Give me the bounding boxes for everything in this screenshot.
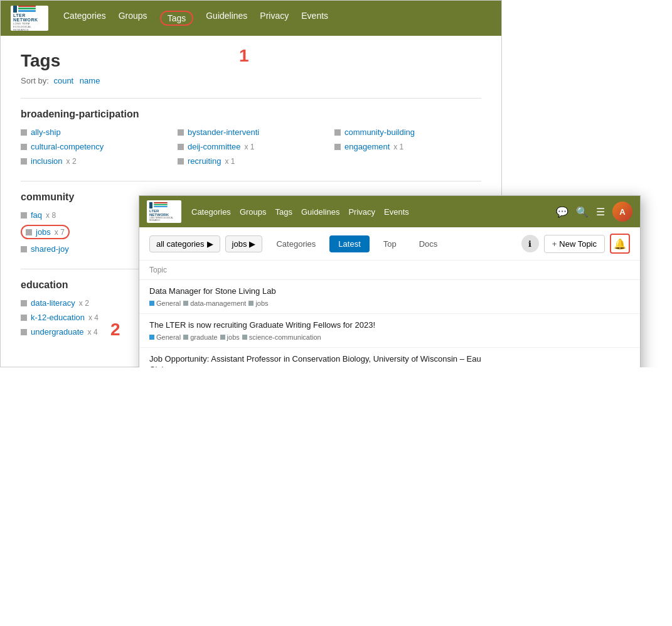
chat-icon[interactable]: 💬 [556,206,568,218]
outer-nav-links: Categories Groups Tags Guidelines Privac… [63,11,328,26]
notification-button[interactable]: 🔔 [610,234,630,254]
tab-latest[interactable]: Latest [329,235,369,252]
inner-nav-groups[interactable]: Groups [240,207,267,217]
tag-general[interactable]: General [149,333,181,341]
tab-docs[interactable]: Docs [410,235,447,252]
tag-link[interactable]: deij-committee [188,142,241,151]
sort-by-row: Sort by: count name [21,76,481,85]
tag-dot-icon [248,301,253,306]
tag-link[interactable]: undergraduate [31,327,84,337]
inner-nav-links: Categories Groups Tags Guidelines Privac… [191,207,546,217]
tag-link[interactable]: engagement [344,142,390,151]
topic-title[interactable]: Data Manager for Stone Living Lab [149,286,504,297]
tag-link[interactable]: inclusion [31,156,63,166]
new-topic-label: New Topic [559,239,597,249]
outer-tags-page: LTER NETWORK LONG TERM ECOLOGICAL RESEAR… [0,0,502,367]
inner-nav-categories[interactable]: Categories [191,207,231,217]
jobs-highlight-box: jobs x 7 [21,225,70,239]
tag-bullet-icon [178,144,184,150]
tag-link[interactable]: ally-ship [31,127,61,137]
page-title: Tags [21,51,481,71]
sort-name-link[interactable]: name [80,76,100,85]
bell-icon: 🔔 [614,238,626,250]
tab-top[interactable]: Top [375,235,405,252]
tag-count: x 4 [88,313,99,322]
col-views [542,266,580,274]
tag-jobs[interactable]: jobs [248,300,268,307]
tag-jobs[interactable]: jobs [220,333,240,341]
col-topic: Topic [149,266,504,274]
inner-logo[interactable]: LTER NETWORK LONG TERM ECOLOGICAL RESEAR… [147,200,181,223]
jobs-tag-button[interactable]: jobs ▶ [225,235,263,252]
divider2 [21,181,481,181]
all-categories-button[interactable]: all categories ▶ [149,235,220,252]
tags-grid-broadening: ally-ship bystander-interventi community… [21,127,481,166]
sort-count-link[interactable]: count [53,76,73,85]
tab-categories[interactable]: Categories [267,235,324,252]
tag-count: x 2 [67,157,77,166]
nav-events[interactable]: Events [301,11,328,26]
nav-guidelines[interactable]: Guidelines [206,11,247,26]
outer-nav: LTER NETWORK LONG TERM ECOLOGICAL RESEAR… [1,1,501,36]
tag-community-building: community-building [334,127,481,137]
user-avatar[interactable]: A [612,202,632,222]
nav-privacy[interactable]: Privacy [260,11,289,26]
tag-bullet-icon [21,129,27,136]
table-row: Data Manager for Stone Living Lab Genera… [139,280,640,314]
tag-data-management[interactable]: data-management [183,300,246,307]
tag-bullet-icon [334,129,341,136]
menu-icon[interactable]: ☰ [596,206,605,218]
tag-link[interactable]: jobs [36,227,51,237]
tag-link[interactable]: data-literacy [31,298,75,308]
tag-general[interactable]: General [149,300,181,307]
annotation-2: 2 [110,320,120,340]
tag-dot-icon [149,335,154,340]
new-topic-button[interactable]: + New Topic [544,235,605,253]
search-icon[interactable]: 🔍 [576,206,589,218]
tag-engagement: engagement x 1 [334,142,481,151]
tag-dot-icon [183,335,188,340]
tag-dot-icon [183,301,188,306]
inner-nav-privacy[interactable]: Privacy [348,207,375,217]
logo-image: LTER NETWORK LONG TERM ECOLOGICAL RESEAR… [11,6,48,31]
inner-nav-tags[interactable]: Tags [275,207,292,217]
topic-title[interactable]: The LTER is now recruiting Graduate Writ… [149,320,504,331]
tag-graduate[interactable]: graduate [183,333,217,341]
tag-link[interactable]: k-12-education [31,313,85,322]
topic-tags: General graduate jobs science-communicat… [149,333,504,341]
inner-nav-guidelines[interactable]: Guidelines [301,207,339,217]
topic-title[interactable]: Job Opportunity: Assistant Professor in … [149,354,504,367]
tag-count: x 4 [88,328,98,337]
tag-bullet-icon [178,158,184,165]
tag-bullet-icon [21,246,27,252]
tag-dot-icon [242,335,247,340]
tag-link[interactable]: bystander-interventi [188,127,259,137]
section-broadening-participation: broadening-participation ally-ship bysta… [21,109,481,166]
nav-categories[interactable]: Categories [63,11,106,26]
inner-nav-events[interactable]: Events [384,207,409,217]
inner-nav: LTER NETWORK LONG TERM ECOLOGICAL RESEAR… [139,196,640,227]
tag-link[interactable]: faq [31,210,42,220]
tag-bullet-icon [21,315,27,321]
chevron-right-icon: ▶ [207,239,213,249]
jobs-tag-label: jobs [232,239,247,249]
tag-link[interactable]: community-building [344,127,415,137]
tag-link[interactable]: cultural-competency [31,142,104,151]
info-button[interactable]: ℹ [521,235,539,252]
col-replies [504,266,542,274]
tag-link[interactable]: shared-joy [31,244,69,254]
all-categories-label: all categories [156,239,205,249]
tag-link[interactable]: recruiting [188,156,221,166]
table-row: The LTER is now recruiting Graduate Writ… [139,314,640,348]
logo[interactable]: LTER NETWORK LONG TERM ECOLOGICAL RESEAR… [11,6,48,31]
tag-count: x 1 [393,143,403,151]
nav-tags[interactable]: Tags [160,11,194,26]
table-header: Topic [139,261,640,280]
tag-bullet-icon [334,144,341,150]
topic-cell: Job Opportunity: Assistant Professor in … [149,354,504,367]
section-title-broadening: broadening-participation [21,109,481,120]
col-date [580,266,630,274]
nav-groups[interactable]: Groups [119,11,147,26]
tag-science-comm[interactable]: science-communication [242,333,321,341]
divider [21,98,481,99]
